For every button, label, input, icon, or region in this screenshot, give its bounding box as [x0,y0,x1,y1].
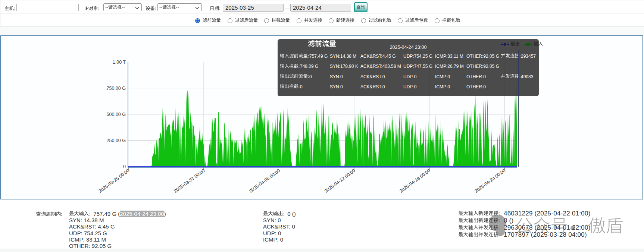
svg-text:2025-04-12 00:00: 2025-04-12 00:00 [323,168,356,194]
svg-text:2025-04-06 00:00: 2025-04-06 00:00 [248,168,281,194]
svg-text:750.00 G: 750.00 G [107,86,126,91]
svg-text:2025-04-18 00:00: 2025-04-18 00:00 [398,168,431,194]
svg-text:2025-03-25 00:00: 2025-03-25 00:00 [98,168,131,194]
svg-text:1.00 T: 1.00 T [113,60,126,65]
svg-text:2025-03-31 00:00: 2025-03-31 00:00 [173,168,206,194]
svg-text:2025-04-24 00:00: 2025-04-24 00:00 [474,168,507,194]
svg-text:250.00 G: 250.00 G [107,138,126,143]
svg-text:500.00 G: 500.00 G [107,112,126,117]
svg-text:0: 0 [123,164,126,169]
